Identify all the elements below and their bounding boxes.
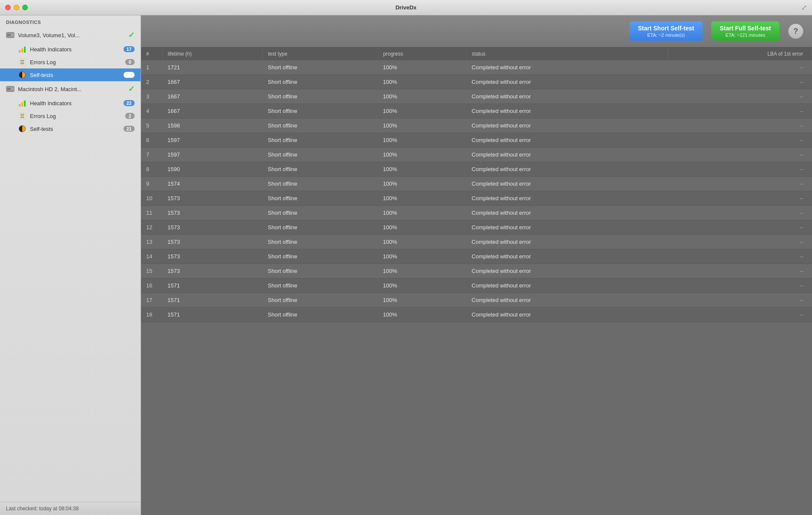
cell-testtype: Short offline [263, 191, 378, 206]
cell-testtype: Short offline [263, 220, 378, 235]
selftests-table-container[interactable]: # lifetime (h) test type progress status… [141, 47, 812, 515]
app-title: DriveDx [395, 4, 416, 11]
cell-status: Completed without error [467, 75, 668, 89]
resize-icon[interactable]: ⤢ [801, 3, 807, 12]
cell-status: Completed without error [467, 89, 668, 104]
table-row: 16 1571 Short offline 100% Completed wit… [141, 278, 812, 293]
health-indicators-label-2: Health Indicators [30, 100, 124, 107]
cell-lba: – [668, 89, 812, 104]
table-row: 17 1571 Short offline 100% Completed wit… [141, 293, 812, 308]
cell-num: 10 [141, 191, 162, 206]
cell-num: 9 [141, 177, 162, 191]
table-row: 6 1597 Short offline 100% Completed with… [141, 133, 812, 148]
cell-testtype: Short offline [263, 118, 378, 133]
cell-testtype: Short offline [263, 162, 378, 177]
svg-point-6 [12, 89, 13, 90]
full-test-eta: ETA: ~121 minutes [726, 33, 765, 38]
errors-log-label-2: Errors Log [30, 113, 125, 119]
cell-num: 15 [141, 264, 162, 278]
cell-num: 2 [141, 75, 162, 89]
cell-lba: – [668, 162, 812, 177]
cell-num: 7 [141, 148, 162, 162]
health-indicators-badge-2: 22 [124, 100, 135, 106]
cell-lifetime: 1573 [162, 249, 263, 264]
sidebar-footer: Last checked: today at 08:04:38 [0, 502, 141, 515]
sidebar-item-errors-log-2[interactable]: Errors Log 2 [0, 110, 141, 122]
cell-testtype: Short offline [263, 89, 378, 104]
drive-1-status-icon: ✓ [128, 30, 135, 40]
drive-2-label: Macintosh HD 2, Macint... [18, 86, 128, 92]
cell-lba: – [668, 235, 812, 249]
help-button[interactable]: ? [788, 24, 803, 39]
cell-lifetime: 1597 [162, 148, 263, 162]
health-indicators-label-1: Health Indicators [30, 46, 124, 53]
maximize-button[interactable] [22, 5, 28, 10]
svg-point-2 [12, 35, 13, 36]
sidebar-item-selftests-1[interactable]: Self-tests 21 [0, 68, 141, 81]
cell-testtype: Short offline [263, 308, 378, 322]
sidebar-item-health-indicators-1[interactable]: Health Indicators 17 [0, 43, 141, 56]
cell-num: 16 [141, 278, 162, 293]
cell-progress: 100% [378, 191, 467, 206]
start-full-selftest-button[interactable]: Start Full Self-test ETA: ~121 minutes [711, 21, 780, 41]
sidebar-header: Diagnostics [0, 15, 141, 27]
cell-testtype: Short offline [263, 148, 378, 162]
table-row: 14 1573 Short offline 100% Completed wit… [141, 249, 812, 264]
cell-lba: – [668, 118, 812, 133]
selftests-icon-1 [18, 71, 26, 79]
sidebar-item-errors-log-1[interactable]: Errors Log 0 [0, 56, 141, 68]
errors-log-icon-1 [18, 58, 26, 66]
cell-num: 13 [141, 235, 162, 249]
cell-progress: 100% [378, 177, 467, 191]
cell-status: Completed without error [467, 60, 668, 75]
cell-testtype: Short offline [263, 235, 378, 249]
cell-progress: 100% [378, 148, 467, 162]
sidebar-drive-1[interactable]: Volume3, Volume1, Vol... ✓ [0, 27, 141, 43]
sidebar-drive-2[interactable]: Macintosh HD 2, Macint... ✓ [0, 81, 141, 97]
cell-status: Completed without error [467, 293, 668, 308]
cell-lifetime: 1574 [162, 177, 263, 191]
cell-testtype: Short offline [263, 278, 378, 293]
col-header-lba: LBA of 1st error [668, 47, 812, 60]
selftests-table: # lifetime (h) test type progress status… [141, 47, 812, 322]
cell-status: Completed without error [467, 249, 668, 264]
sidebar-item-health-indicators-2[interactable]: Health Indicators 22 [0, 97, 141, 110]
cell-lifetime: 1667 [162, 104, 263, 118]
table-row: 2 1667 Short offline 100% Completed with… [141, 75, 812, 89]
sidebar-item-selftests-2[interactable]: Self-tests 21 [0, 122, 141, 135]
cell-progress: 100% [378, 118, 467, 133]
main-content: Start Short Self-test ETA: ~2 minute(s) … [141, 15, 812, 515]
table-row: 4 1667 Short offline 100% Completed with… [141, 104, 812, 118]
col-header-num: # [141, 47, 162, 60]
cell-progress: 100% [378, 206, 467, 220]
col-header-lifetime: lifetime (h) [162, 47, 263, 60]
cell-progress: 100% [378, 162, 467, 177]
cell-status: Completed without error [467, 264, 668, 278]
col-header-testtype: test type [263, 47, 378, 60]
cell-lba: – [668, 75, 812, 89]
cell-testtype: Short offline [263, 133, 378, 148]
cell-lifetime: 1573 [162, 191, 263, 206]
cell-lba: – [668, 60, 812, 75]
cell-lba: – [668, 148, 812, 162]
minimize-button[interactable] [14, 5, 19, 10]
cell-lifetime: 1597 [162, 133, 263, 148]
cell-lifetime: 1598 [162, 118, 263, 133]
cell-lifetime: 1667 [162, 75, 263, 89]
close-button[interactable] [5, 5, 11, 10]
errors-log-badge-1: 0 [125, 59, 135, 65]
cell-status: Completed without error [467, 235, 668, 249]
cell-lba: – [668, 278, 812, 293]
col-header-status: status [467, 47, 668, 60]
cell-progress: 100% [378, 89, 467, 104]
drive-2-icon [6, 85, 15, 93]
table-row: 10 1573 Short offline 100% Completed wit… [141, 191, 812, 206]
cell-lifetime: 1721 [162, 60, 263, 75]
cell-progress: 100% [378, 60, 467, 75]
table-row: 5 1598 Short offline 100% Completed with… [141, 118, 812, 133]
errors-log-icon-2 [18, 112, 26, 120]
cell-num: 1 [141, 60, 162, 75]
toolbar: Start Short Self-test ETA: ~2 minute(s) … [141, 15, 812, 47]
start-short-selftest-button[interactable]: Start Short Self-test ETA: ~2 minute(s) [630, 21, 703, 41]
table-row: 8 1590 Short offline 100% Completed with… [141, 162, 812, 177]
